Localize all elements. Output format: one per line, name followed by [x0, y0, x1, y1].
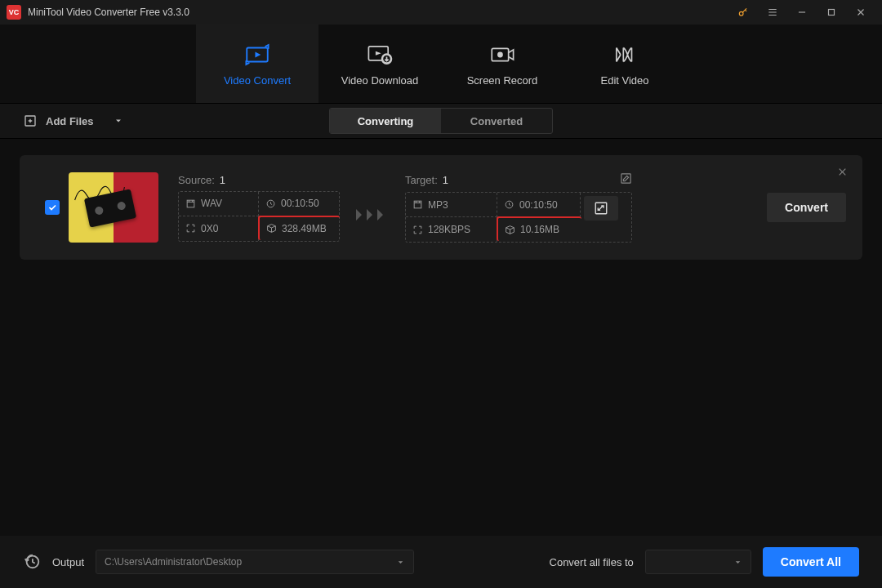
convert-all-format-select[interactable] — [645, 550, 751, 574]
add-files-button[interactable]: Add Files — [23, 114, 123, 128]
convert-button[interactable]: Convert — [767, 193, 846, 222]
source-format: WAV — [179, 192, 259, 216]
main-tabs: Video Convert Video Download Screen Reco… — [0, 24, 882, 103]
maximize-button[interactable] — [817, 0, 846, 24]
history-icon[interactable] — [23, 552, 41, 572]
target-duration: 00:10:50 — [497, 193, 581, 217]
minimize-button[interactable] — [787, 0, 817, 24]
svg-rect-11 — [621, 174, 630, 183]
tab-screen-record[interactable]: Screen Record — [441, 24, 564, 103]
download-icon — [366, 42, 394, 68]
chevron-down-icon — [114, 116, 123, 126]
svg-rect-9 — [187, 200, 194, 207]
target-panel: Target: 1 MP3 00:10:50 — [405, 172, 632, 243]
add-file-icon — [23, 114, 38, 128]
tab-edit-video[interactable]: Edit Video — [564, 24, 686, 103]
convert-all-label: Convert all files to — [550, 556, 634, 568]
file-thumbnail — [69, 172, 158, 243]
output-path-value: C:\Users\Administrator\Desktop — [105, 556, 242, 568]
output-label: Output — [52, 556, 84, 568]
target-format: MP3 — [406, 193, 497, 217]
tab-video-download-label: Video Download — [341, 74, 418, 87]
target-settings-button[interactable] — [584, 196, 618, 220]
source-count: 1 — [220, 174, 225, 186]
file-list: Source: 1 WAV 00:10:50 — [0, 139, 882, 276]
tab-screen-record-label: Screen Record — [467, 74, 538, 87]
edit-video-icon — [611, 42, 639, 68]
add-files-label: Add Files — [46, 115, 94, 127]
target-size: 10.16MB — [497, 216, 581, 241]
svg-point-7 — [498, 52, 502, 56]
convert-icon — [243, 42, 271, 68]
svg-rect-1 — [829, 10, 835, 16]
arrows-icon — [354, 207, 390, 225]
chevron-down-icon — [733, 558, 742, 567]
titlebar: VC MiniTool Video Converter Free v3.3.0 — [0, 0, 882, 24]
menu-icon[interactable] — [758, 0, 787, 24]
chevron-down-icon — [396, 558, 405, 567]
source-label: Source: — [178, 174, 215, 186]
source-size: 328.49MB — [258, 216, 340, 240]
sub-tab-converting[interactable]: Converting — [330, 109, 441, 133]
file-card: Source: 1 WAV 00:10:50 — [20, 155, 862, 260]
source-resolution: 0X0 — [179, 216, 259, 241]
toolbar: Add Files Converting Converted — [0, 103, 882, 139]
app-logo: VC — [7, 5, 21, 20]
tab-video-download[interactable]: Video Download — [318, 24, 441, 103]
upgrade-key-icon[interactable] — [728, 0, 758, 24]
tab-edit-video-label: Edit Video — [600, 74, 648, 87]
target-bitrate: 128KBPS — [406, 217, 497, 242]
sub-tab-converted[interactable]: Converted — [441, 109, 552, 133]
output-path-select[interactable]: C:\Users\Administrator\Desktop — [96, 550, 414, 574]
tab-video-convert[interactable]: Video Convert — [196, 24, 318, 103]
target-count: 1 — [443, 174, 448, 186]
close-window-button[interactable] — [846, 0, 875, 24]
convert-all-button[interactable]: Convert All — [763, 547, 859, 577]
svg-rect-12 — [414, 201, 421, 208]
record-icon — [488, 42, 516, 68]
app-title: MiniTool Video Converter Free v3.3.0 — [28, 7, 728, 18]
remove-file-button[interactable] — [837, 167, 848, 180]
tab-video-convert-label: Video Convert — [224, 74, 291, 87]
footer: Output C:\Users\Administrator\Desktop Co… — [0, 536, 882, 588]
target-label: Target: — [405, 174, 438, 186]
sub-tabs: Converting Converted — [329, 108, 553, 134]
source-panel: Source: 1 WAV 00:10:50 — [178, 174, 340, 242]
file-checkbox[interactable] — [45, 200, 60, 215]
edit-target-button[interactable] — [620, 172, 632, 187]
source-duration: 00:10:50 — [259, 192, 339, 216]
